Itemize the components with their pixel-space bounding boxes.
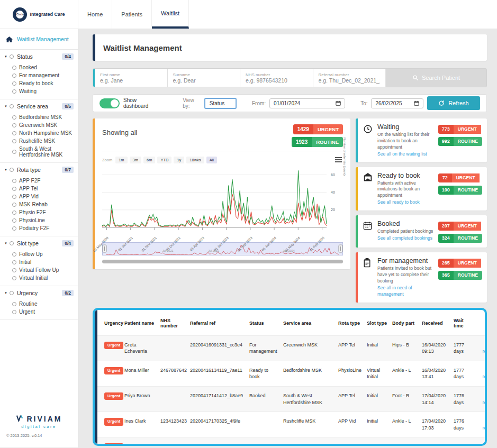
radio-icon[interactable] [12,123,16,127]
radio-icon[interactable] [10,54,14,59]
filter-option-initial[interactable]: Initial [12,259,74,265]
range-button-6m[interactable]: 6m [143,157,155,163]
nhs-number-input[interactable] [246,77,308,84]
view-by-select[interactable]: Status [204,98,237,109]
filter-option-south-west-hertfordshire-msk[interactable]: South & West Hertfordshire MSK [12,146,74,158]
radio-icon[interactable] [10,291,14,295]
surname-field[interactable]: Surname [168,69,241,87]
filter-section-header[interactable]: ▼Status0/4 [4,53,74,60]
filter-section-header[interactable]: ▼Rota type0/7 [4,167,74,173]
view-referral-link[interactable]: View referral [477,342,485,355]
filter-option-label: MSK Rehab [19,202,48,207]
filter-option-for-management[interactable]: For management [12,72,74,78]
filter-option-app-f2f[interactable]: APP F2F [12,178,74,184]
calendar-icon [336,100,341,106]
filter-option-app-tel[interactable]: APP Tel [12,186,74,191]
radio-icon[interactable] [12,310,16,314]
filter-option-podiatry-f2f[interactable]: Podiatry F2F [12,225,74,231]
radio-icon[interactable] [12,211,16,215]
card-see-all-link[interactable]: See all ready to book [377,199,434,206]
radio-icon[interactable] [10,241,14,245]
tab-home[interactable]: Home [78,0,112,29]
card-see-all-link[interactable]: See all in need of management [377,285,434,298]
refresh-button[interactable]: Refresh [427,96,480,110]
referral-number-input[interactable] [319,77,381,84]
view-referral-link[interactable]: View referral [477,367,485,380]
range-button-1y[interactable]: 1y [174,157,184,163]
radio-icon[interactable] [12,195,16,199]
filter-option-app-vid[interactable]: APP Vid [12,194,74,199]
radio-icon[interactable] [12,218,16,223]
filter-section-header[interactable]: ▼Service area0/5 [4,103,74,109]
view-referral-link[interactable]: View referral [477,418,485,431]
filter-section-header[interactable]: ▼Slot type0/4 [4,240,74,246]
tab-patients[interactable]: Patients [112,0,152,29]
filter-option-virtual-initial[interactable]: Virtual Initial [12,275,74,281]
range-button-18wks[interactable]: 18wks [186,157,204,163]
filter-option-routine[interactable]: Routine [12,301,74,307]
card-see-all-link[interactable]: See all completed bookings [377,235,434,242]
filter-option-north-hampshire-msk[interactable]: North Hampshire MSK [12,130,74,136]
radio-icon[interactable] [10,168,14,172]
radio-icon[interactable] [10,104,14,108]
view-referral-link[interactable]: View referral [477,443,485,444]
radio-icon[interactable] [12,150,16,154]
range-button-all[interactable]: All [206,157,217,163]
radio-icon[interactable] [12,187,16,191]
card-badges: 265URGENT365ROUTINE [438,257,482,297]
filter-option-physioline[interactable]: PhysioLine [12,217,74,223]
radio-icon[interactable] [12,74,16,78]
to-date-input[interactable]: 26/02/2025 [371,98,423,108]
radio-icon[interactable] [12,302,16,306]
radio-icon[interactable] [12,89,16,94]
radio-icon[interactable] [12,179,16,183]
first-name-input[interactable] [100,77,162,84]
chart-menu-icon[interactable] [334,156,343,163]
radio-icon[interactable] [12,226,16,231]
tab-waitlist[interactable]: Waitlist [152,0,189,29]
filter-option-msk-rehab[interactable]: MSK Rehab [12,202,74,207]
range-button-3m[interactable]: 3m [130,157,141,163]
radio-icon[interactable] [12,66,16,70]
filter-option-rushcliffe-msk[interactable]: Rushcliffe MSK [12,138,74,144]
surname-input[interactable] [173,77,235,84]
filter-option-physio-f2f[interactable]: Physio F2F [12,209,74,215]
radio-icon[interactable] [12,203,16,207]
referral-number-field[interactable]: Referral number [313,69,386,87]
filter-option-follow-up[interactable]: Follow Up [12,251,74,257]
nhs-number-field[interactable]: NHS number [240,69,313,87]
chart-navigator[interactable]: Jul 2021Jul 2022Jan 2024 [102,242,343,263]
filter-option-urgent[interactable]: Urgent [12,309,74,315]
view-referral-link[interactable]: View referral [477,392,485,406]
radio-icon[interactable] [12,260,16,264]
collapse-caret-icon: ▼ [4,168,7,171]
show-dashboard-toggle[interactable] [100,98,120,108]
radio-icon[interactable] [12,276,16,280]
filter-option-greenwich-msk[interactable]: Greenwich MSK [12,122,74,128]
from-date-input[interactable]: 01/01/2024 [269,98,345,108]
radio-icon[interactable] [12,115,16,120]
radio-icon[interactable] [12,131,16,135]
radio-icon[interactable] [12,81,16,86]
radio-icon[interactable] [12,268,16,272]
range-button-ytd[interactable]: YTD [157,157,171,163]
filter-option-ready-to-book[interactable]: Ready to book [12,80,74,86]
sidebar-item-waitlist-management[interactable]: Waitlist Management [0,29,78,50]
filter-option-bedfordshire-msk[interactable]: Bedfordshire MSK [12,114,74,120]
filter-section-label: Service area [17,103,60,109]
first-name-field[interactable]: First name [93,69,168,87]
collapse-caret-icon: ▼ [4,242,7,245]
chart-scrollbar[interactable] [102,260,343,263]
range-button-1m[interactable]: 1m [115,157,127,163]
radio-icon[interactable] [12,252,16,257]
filter-section-header[interactable]: ▼Urgency0/2 [4,290,74,296]
search-patient-button[interactable]: Search Patient [386,69,486,87]
filter-option-waiting[interactable]: Waiting [12,88,74,94]
filter-count-badge: 0/7 [62,167,74,173]
waitlist-table: UrgencyPatient nameNHS numberReferral re… [97,310,485,444]
radio-icon[interactable] [12,139,16,143]
badge-count: 207 [438,222,454,231]
filter-option-virtual-follow-up[interactable]: Virtual Follow Up [12,267,74,273]
filter-option-booked[interactable]: Booked [12,65,74,70]
card-see-all-link[interactable]: See all on the waiting list [377,151,434,158]
